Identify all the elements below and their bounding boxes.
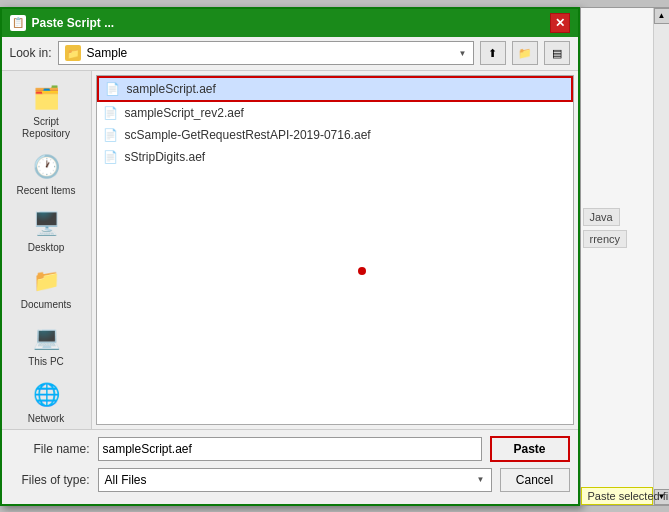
desktop-icon: 🖥️ (28, 209, 64, 239)
file-name-input[interactable] (98, 437, 482, 461)
up-folder-button[interactable]: ⬆ (480, 41, 506, 65)
look-in-label: Look in: (10, 46, 52, 60)
file-item-3[interactable]: 📄 scSample-GetRequestRestAPI-2019-0716.a… (97, 124, 573, 146)
type-combo-arrow-icon: ▼ (477, 475, 485, 484)
recent-items-icon: 🕐 (28, 152, 64, 182)
file-name-4: sStripDigits.aef (125, 150, 206, 164)
dialog-icon: 📋 (10, 15, 26, 31)
red-dot-indicator (358, 267, 366, 275)
file-name-1: sampleScript.aef (127, 82, 216, 96)
sidebar-item-documents-label: Documents (21, 299, 72, 311)
bottom-area: File name: Paste Files of type: All File… (2, 429, 578, 504)
sidebar-item-script-repository[interactable]: 🗂️ ScriptRepository (6, 79, 86, 144)
view-button[interactable]: ▤ (544, 41, 570, 65)
side-panel-java-label[interactable]: Java (583, 208, 620, 226)
file-item-4[interactable]: 📄 sStripDigits.aef (97, 146, 573, 168)
scroll-track (654, 24, 669, 489)
file-list[interactable]: 📄 sampleScript.aef 📄 sampleScript_rev2.a… (96, 75, 574, 425)
file-icon-4: 📄 (103, 149, 119, 165)
file-name-2: sampleScript_rev2.aef (125, 106, 244, 120)
sidebar-item-network-label: Network (28, 413, 65, 425)
close-button[interactable]: ✕ (550, 13, 570, 33)
side-scrollbar: ▲ ▼ (653, 8, 669, 505)
file-item-1[interactable]: 📄 sampleScript.aef (97, 76, 573, 102)
side-panel-rrency-label[interactable]: rrency (583, 230, 628, 248)
file-name-label: File name: (10, 442, 90, 456)
sidebar-item-desktop[interactable]: 🖥️ Desktop (6, 205, 86, 258)
side-panel: ▲ ▼ Java rrency Paste selected file (580, 7, 670, 506)
sidebar-item-this-pc-label: This PC (28, 356, 64, 368)
file-type-combo[interactable]: All Files ▼ (98, 468, 492, 492)
file-icon-3: 📄 (103, 127, 119, 143)
file-item-2[interactable]: 📄 sampleScript_rev2.aef (97, 102, 573, 124)
file-type-value: All Files (105, 473, 147, 487)
paste-script-dialog: 📋 Paste Script ... ✕ Look in: 📁 Sample ▼… (0, 7, 580, 506)
sidebar-item-recent-items-label: Recent Items (17, 185, 76, 197)
sidebar-item-desktop-label: Desktop (28, 242, 65, 254)
file-icon-1: 📄 (105, 81, 121, 97)
title-bar: 📋 Paste Script ... ✕ (2, 9, 578, 37)
filename-row: File name: Paste (10, 436, 570, 462)
folder-icon: 📁 (65, 45, 81, 61)
dialog-title: Paste Script ... (32, 16, 550, 30)
paste-button[interactable]: Paste (490, 436, 570, 462)
toolbar: Look in: 📁 Sample ▼ ⬆ 📁 ▤ (2, 37, 578, 71)
filetype-row: Files of type: All Files ▼ Cancel (10, 468, 570, 492)
sidebar-item-network[interactable]: 🌐 Network (6, 376, 86, 429)
sidebar: 🗂️ ScriptRepository 🕐 Recent Items 🖥️ De… (2, 71, 92, 429)
this-pc-icon: 💻 (28, 323, 64, 353)
sidebar-item-recent-items[interactable]: 🕐 Recent Items (6, 148, 86, 201)
script-repository-icon: 🗂️ (28, 83, 64, 113)
new-folder-button[interactable]: 📁 (512, 41, 538, 65)
cancel-button[interactable]: Cancel (500, 468, 570, 492)
file-name-3: scSample-GetRequestRestAPI-2019-0716.aef (125, 128, 371, 142)
current-folder-text: Sample (87, 46, 453, 60)
sidebar-item-documents[interactable]: 📁 Documents (6, 262, 86, 315)
file-type-label: Files of type: (10, 473, 90, 487)
sidebar-item-this-pc[interactable]: 💻 This PC (6, 319, 86, 372)
paste-tooltip: Paste selected file (581, 487, 653, 505)
file-icon-2: 📄 (103, 105, 119, 121)
dialog-body: 🗂️ ScriptRepository 🕐 Recent Items 🖥️ De… (2, 71, 578, 429)
sidebar-item-script-repository-label: ScriptRepository (22, 116, 70, 140)
look-in-combo[interactable]: 📁 Sample ▼ (58, 41, 474, 65)
combo-arrow-icon: ▼ (459, 49, 467, 58)
scroll-up-button[interactable]: ▲ (654, 8, 670, 24)
network-icon: 🌐 (28, 380, 64, 410)
documents-icon: 📁 (28, 266, 64, 296)
